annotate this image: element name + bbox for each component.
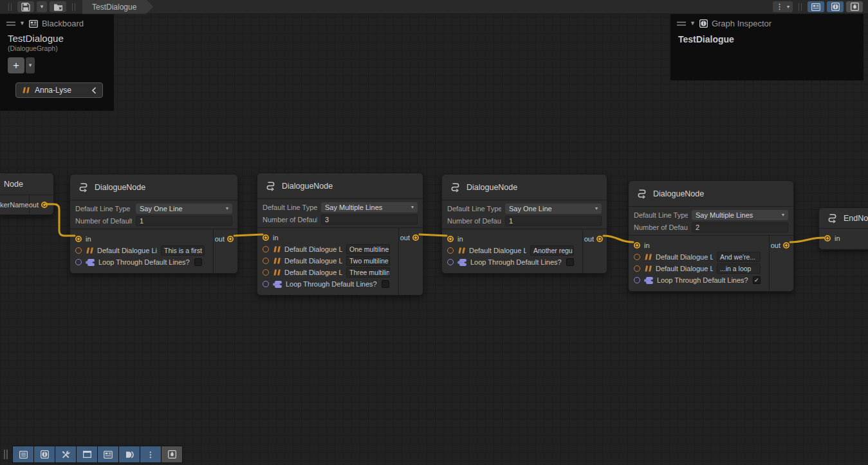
loop-checkbox[interactable]: ✓: [753, 276, 761, 284]
caret-down-icon: ▾: [782, 213, 784, 218]
blackboard-icon: [811, 3, 820, 11]
dialogue-node-1[interactable]: DialogueNodeDefault Line TypeSay One Lin…: [69, 174, 238, 274]
dialogue-line-field[interactable]: Three multiline: [346, 267, 390, 278]
dialogue-node-2[interactable]: DialogueNodeDefault Line TypeSay Multipl…: [257, 173, 423, 296]
bool-input-port[interactable]: [447, 259, 454, 265]
expand-variable-icon[interactable]: [91, 87, 97, 94]
property-label: Number of Default Lines: [75, 217, 132, 225]
loop-checkbox[interactable]: [566, 258, 574, 266]
node-properties: Default Line TypeSay One Line▾Number of …: [70, 200, 237, 229]
port-label: Loop Through Default Lines?: [286, 280, 377, 288]
console-panel-button[interactable]: [13, 446, 33, 462]
output-port[interactable]: [41, 202, 48, 208]
node-body: kerNameout: [0, 195, 53, 214]
property-row: Number of Default Lines1: [447, 216, 602, 226]
dialogue-line-field[interactable]: ...in a loop: [717, 263, 761, 274]
collapse-caret-icon[interactable]: ▼: [690, 21, 696, 26]
property-text-field[interactable]: 1: [505, 216, 602, 226]
dialogue-line-field[interactable]: And we're...: [717, 252, 761, 262]
speaker-node[interactable]: NodekerNameout: [0, 173, 54, 215]
string-input-port[interactable]: [75, 247, 82, 254]
input-port[interactable]: [263, 234, 269, 241]
window-panel-button[interactable]: [77, 446, 97, 462]
save-options-button[interactable]: ▾: [37, 1, 47, 12]
output-port[interactable]: [596, 236, 603, 242]
toolbar-drag-handle-icon[interactable]: [4, 450, 8, 459]
output-port-cell: out: [29, 195, 53, 214]
in-label: in: [644, 242, 650, 249]
property-dropdown[interactable]: Say One Line▾: [505, 204, 602, 214]
collapse-caret-icon[interactable]: ▼: [19, 21, 25, 26]
input-port[interactable]: [634, 242, 640, 249]
string-type-icon: [86, 247, 93, 254]
input-port-row: in: [819, 232, 868, 244]
property-text-field[interactable]: 3: [321, 214, 418, 225]
string-input-port[interactable]: [263, 258, 269, 264]
bool-input-port[interactable]: [263, 281, 269, 287]
node-type-icon: [636, 188, 648, 199]
port-row: Default Dialogue Line 3Three multiline: [257, 267, 398, 278]
view-options-button[interactable]: ⋮▾: [773, 1, 793, 12]
blackboard-panel-button[interactable]: [98, 446, 118, 462]
string-variable-icon: [22, 87, 30, 93]
caret-down-icon: ▾: [226, 206, 228, 211]
string-input-port[interactable]: [263, 269, 269, 276]
bool-input-port[interactable]: [75, 259, 82, 265]
bool-input-port[interactable]: [634, 277, 640, 283]
save-button[interactable]: [17, 1, 34, 12]
graph-tab[interactable]: TestDialogue: [82, 0, 153, 14]
input-port[interactable]: [824, 235, 831, 242]
property-dropdown[interactable]: Say Multiple Lines▾: [692, 210, 788, 220]
node-view-button[interactable]: [119, 446, 140, 462]
add-variable-button[interactable]: +: [8, 57, 24, 73]
panel-drag-handle-icon[interactable]: [677, 21, 686, 26]
loop-checkbox[interactable]: [382, 280, 389, 288]
input-port-row: in: [629, 240, 769, 251]
port-row: Default Dialogue Line 1One multiline: [257, 243, 398, 255]
blackboard-variable-anna-lyse[interactable]: Anna-Lyse: [15, 82, 103, 98]
panel-drag-handle-icon[interactable]: [6, 21, 15, 26]
end-node[interactable]: EndNodein: [818, 207, 868, 250]
property-dropdown[interactable]: Say Multiple Lines▾: [321, 202, 418, 213]
flame-toggle-button[interactable]: [846, 1, 863, 12]
input-ports: inDefault Dialogue Line 1And we're...Def…: [629, 236, 769, 291]
inspector-panel-button[interactable]: [34, 446, 55, 462]
dialogue-line-field[interactable]: Two multiline: [346, 256, 390, 266]
output-port-label: kerName: [0, 195, 29, 214]
dialogue-line-field[interactable]: This is a first: [161, 245, 205, 256]
blackboard-icon: [29, 20, 38, 28]
dialogue-node-4[interactable]: DialogueNodeDefault Line TypeSay Multipl…: [628, 180, 794, 292]
dialogue-node-3[interactable]: DialogueNodeDefault Line TypeSay One Lin…: [441, 174, 607, 274]
string-type-icon: [644, 265, 652, 272]
property-text-field[interactable]: 1: [136, 216, 232, 226]
string-input-port[interactable]: [634, 265, 640, 272]
string-input-port[interactable]: [447, 247, 454, 254]
property-dropdown[interactable]: Say One Line▾: [136, 204, 232, 214]
loop-checkbox[interactable]: [194, 258, 202, 266]
input-port[interactable]: [75, 236, 82, 242]
dialogue-line-field[interactable]: One multiline: [346, 244, 390, 254]
output-ports: out: [398, 228, 423, 295]
string-input-port[interactable]: [634, 254, 640, 260]
string-input-port[interactable]: [263, 246, 269, 252]
graph-inspector-selection: TestDialogue: [670, 31, 863, 48]
toggle-graph-inspector-button[interactable]: [827, 1, 844, 12]
open-graph-button[interactable]: [50, 1, 66, 12]
blackboard-icon: [104, 451, 113, 459]
flame-icon: [168, 450, 176, 459]
output-port[interactable]: [227, 236, 234, 242]
output-port[interactable]: [412, 234, 419, 241]
toolbar-drag-handle-icon[interactable]: [8, 3, 12, 11]
dialogue-line-field[interactable]: Another regu: [530, 245, 574, 256]
toggle-blackboard-button[interactable]: [808, 1, 824, 12]
flame-panel-button[interactable]: [162, 446, 182, 462]
output-port[interactable]: [783, 242, 790, 249]
input-port[interactable]: [447, 236, 454, 242]
caret-down-icon: ▾: [29, 62, 32, 68]
add-variable-options-button[interactable]: ▾: [26, 57, 35, 73]
more-options-button[interactable]: ⋮: [140, 446, 161, 462]
property-text-field[interactable]: 2: [692, 222, 788, 232]
node-body: inDefault Dialogue LineThis is a firstLo…: [70, 229, 237, 273]
tools-panel-button[interactable]: [55, 446, 76, 462]
flame-icon: [851, 3, 859, 11]
